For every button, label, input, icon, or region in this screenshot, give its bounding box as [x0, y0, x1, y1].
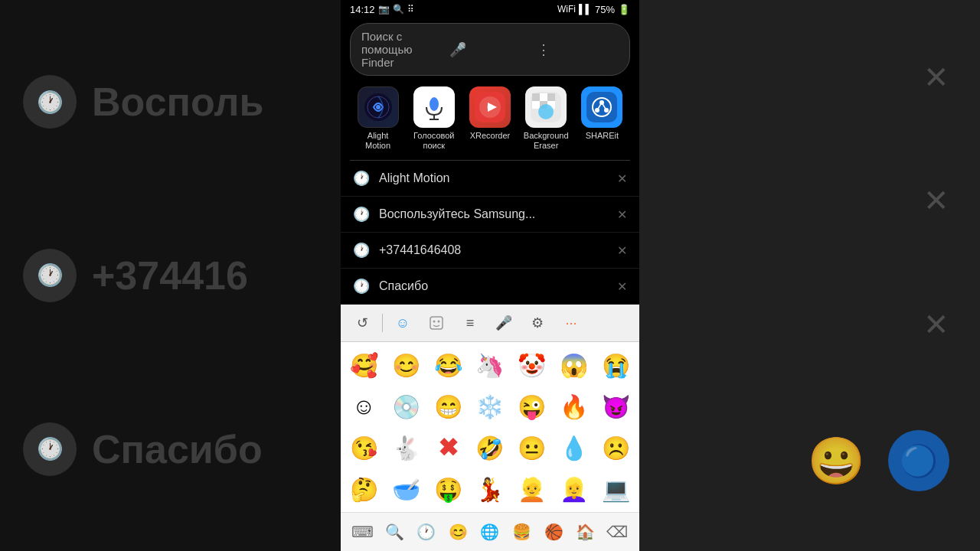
- svg-rect-12: [532, 93, 540, 101]
- emoji-cell[interactable]: 🦄: [470, 345, 511, 385]
- emoji-cell[interactable]: 🤣: [470, 428, 511, 468]
- app-alight-motion[interactable]: AlightMotion: [354, 86, 403, 151]
- kb-nav-emoji[interactable]: 😊: [443, 517, 472, 546]
- kb-nav-recent[interactable]: 🕐: [412, 517, 441, 546]
- status-left: 14:12 📷 🔍 ⠿: [350, 4, 414, 15]
- recent-item-3[interactable]: 🕐 Спасибо ✕: [341, 269, 639, 305]
- emoji-grid: 🥰 😊 😂 🦄 🤡 😱 😭 ☺️ 💿 😁 ❄️ 😜 🔥 😈 😘 🐇 ✖ 🤣 😐 …: [341, 342, 639, 512]
- emoji-cell[interactable]: 💧: [554, 428, 594, 468]
- emoji-cell[interactable]: 💻: [596, 469, 636, 509]
- emoji-cell[interactable]: 🤡: [511, 345, 552, 385]
- emoji-cell[interactable]: 💿: [386, 386, 426, 426]
- close-icon-1[interactable]: ✕: [617, 207, 627, 222]
- emoji-cell[interactable]: 🥣: [386, 469, 426, 509]
- shareit-icon: [581, 86, 622, 128]
- close-icon-2[interactable]: ✕: [617, 243, 627, 258]
- close-icon-0[interactable]: ✕: [617, 171, 627, 186]
- svg-point-28: [438, 321, 440, 323]
- recent-text-1: Воспользуйтесь Samsung...: [379, 207, 608, 221]
- emoji-cell[interactable]: 😜: [511, 386, 552, 426]
- search-field[interactable]: Поиск с помощью Finder 🎤 ⋮: [350, 23, 630, 76]
- svg-point-4: [430, 97, 439, 111]
- emoji-cell[interactable]: ❄️: [470, 386, 511, 426]
- svg-point-10: [487, 104, 493, 110]
- keyboard-toolbar: ↺ ☺ ≡ 🎤 ⚙ ···: [341, 305, 639, 342]
- recent-item-2[interactable]: 🕐 +37441646408 ✕: [341, 233, 639, 269]
- app-shareit[interactable]: SHAREit: [577, 86, 626, 151]
- app-bg-eraser[interactable]: BackgroundEraser: [521, 86, 570, 151]
- kb-emoji-btn[interactable]: ☺: [389, 309, 416, 337]
- clock-icon-0: 🕐: [353, 170, 370, 187]
- emoji-cell[interactable]: 💃: [470, 469, 511, 509]
- emoji-cell[interactable]: 🤔: [344, 469, 384, 509]
- recent-text-2: +37441646408: [379, 243, 608, 257]
- emoji-cell[interactable]: 😐: [511, 428, 552, 468]
- bg-text-3: Спасибо: [92, 426, 263, 472]
- kb-nav-home[interactable]: 🏠: [571, 517, 600, 546]
- status-time: 14:12: [350, 4, 375, 15]
- svg-rect-26: [430, 317, 443, 329]
- app-voice-search[interactable]: Голосовойпоиск: [410, 86, 459, 151]
- emoji-cell[interactable]: 😊: [386, 345, 426, 385]
- svg-rect-15: [532, 101, 540, 109]
- keyboard-bottom-bar: ⌨ 🔍 🕐 😊 🌐 🍔 🏀 🏠 ⌫: [341, 512, 639, 551]
- recent-searches-list: 🕐 Alight Motion ✕ 🕐 Воспользуйтесь Samsu…: [341, 161, 639, 305]
- recent-text-0: Alight Motion: [379, 171, 608, 185]
- emoji-cell[interactable]: 🥰: [344, 345, 384, 385]
- emoji-cell[interactable]: 👱: [511, 469, 552, 509]
- kb-divider-1: [382, 314, 383, 332]
- svg-rect-14: [547, 93, 555, 101]
- status-bar: 14:12 📷 🔍 ⠿ WiFi ▌▌ 75% 🔋: [341, 0, 639, 18]
- app-xrecorder[interactable]: XRecorder: [466, 86, 514, 151]
- bg-clock-3: 🕐: [23, 422, 77, 476]
- svg-rect-19: [586, 92, 617, 122]
- emoji-cell[interactable]: ☹️: [596, 428, 636, 468]
- kb-sticker-btn[interactable]: [423, 309, 450, 337]
- grid-icon: ⠿: [407, 4, 414, 15]
- kb-clipboard-btn[interactable]: ≡: [456, 309, 484, 337]
- battery-icon: 🔋: [618, 4, 630, 15]
- emoji-cell[interactable]: 😈: [596, 386, 636, 426]
- kb-history-btn[interactable]: ↺: [348, 309, 376, 337]
- battery-label: 75%: [595, 4, 615, 15]
- emoji-cell[interactable]: 🐇: [386, 428, 426, 468]
- phone-frame: 14:12 📷 🔍 ⠿ WiFi ▌▌ 75% 🔋 Поиск с помощь…: [341, 0, 639, 551]
- kb-nav-sports[interactable]: 🏀: [539, 517, 568, 546]
- kb-nav-food[interactable]: 🍔: [508, 517, 537, 546]
- search-status-icon: 🔍: [393, 4, 404, 15]
- kb-mic-btn[interactable]: 🎤: [490, 309, 518, 337]
- recent-item-0[interactable]: 🕐 Alight Motion ✕: [341, 161, 639, 197]
- emoji-cell[interactable]: 😱: [554, 345, 594, 385]
- kb-settings-btn[interactable]: ⚙: [524, 309, 551, 337]
- kb-nav-search[interactable]: 🔍: [380, 517, 409, 546]
- svg-rect-13: [540, 93, 547, 101]
- emoji-cell[interactable]: 😂: [428, 345, 469, 385]
- alight-motion-icon: [358, 86, 399, 128]
- recent-item-1[interactable]: 🕐 Воспользуйтесь Samsung... ✕: [341, 197, 639, 233]
- close-icon-3[interactable]: ✕: [617, 279, 627, 294]
- options-icon[interactable]: ⋮: [537, 41, 619, 58]
- clock-icon-2: 🕐: [353, 242, 370, 259]
- emoji-cell[interactable]: 😘: [344, 428, 384, 468]
- recent-text-3: Спасибо: [379, 279, 608, 293]
- mic-icon[interactable]: 🎤: [449, 41, 531, 58]
- emoji-cell[interactable]: 👱‍♀️: [554, 469, 594, 509]
- bg-clock-1: 🕐: [23, 75, 77, 129]
- emoji-cell[interactable]: 😭: [596, 345, 636, 385]
- voice-search-label: Голосовойпоиск: [413, 131, 454, 151]
- kb-nav-backspace[interactable]: ⌫: [603, 517, 632, 546]
- kb-nav-keyboard[interactable]: ⌨: [348, 517, 377, 546]
- emoji-cell[interactable]: 😁: [428, 386, 469, 426]
- bg-eraser-label: BackgroundEraser: [524, 131, 569, 151]
- kb-more-btn[interactable]: ···: [557, 309, 585, 337]
- emoji-cell[interactable]: 🔥: [554, 386, 594, 426]
- emoji-cell[interactable]: 🤑: [428, 469, 469, 509]
- emoji-cell[interactable]: ☺️: [344, 386, 384, 426]
- wifi-icon: WiFi: [557, 4, 576, 15]
- search-placeholder: Поиск с помощью Finder: [361, 30, 443, 69]
- clock-icon-1: 🕐: [353, 206, 370, 223]
- emoji-cell[interactable]: ✖: [428, 428, 469, 468]
- bg-clock-2: 🕐: [23, 249, 77, 302]
- camera-icon: 📷: [378, 4, 390, 15]
- kb-nav-globe[interactable]: 🌐: [475, 517, 505, 546]
